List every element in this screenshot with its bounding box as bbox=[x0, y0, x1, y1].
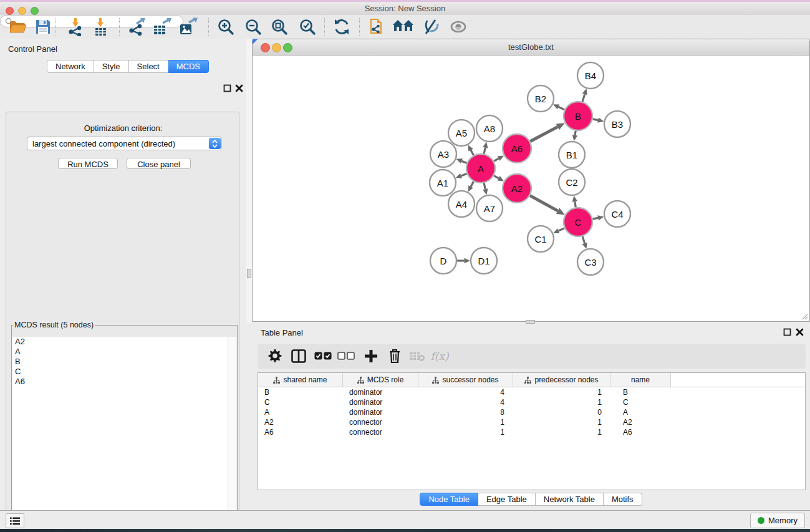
edge-A-A3[interactable] bbox=[456, 158, 467, 163]
graph-node-C[interactable]: C bbox=[564, 208, 592, 236]
eye-icon[interactable] bbox=[448, 17, 469, 36]
zoom-out-icon[interactable] bbox=[243, 17, 264, 36]
mcds-result-item[interactable]: B bbox=[12, 357, 236, 367]
tab-mcds[interactable]: MCDS bbox=[168, 60, 209, 73]
hide-graphics-details-icon[interactable] bbox=[420, 17, 441, 36]
table-settings-icon[interactable] bbox=[266, 348, 284, 364]
table-cell[interactable]: C bbox=[258, 398, 343, 407]
table-cell[interactable]: connector bbox=[343, 428, 418, 437]
column-header-predecessor-nodes[interactable]: predecessor nodes bbox=[513, 373, 610, 387]
mcds-result-list[interactable]: A2ABCA6 bbox=[12, 337, 236, 532]
table-cell[interactable]: A2 bbox=[258, 418, 343, 427]
table-cell[interactable]: A6 bbox=[258, 428, 343, 437]
zoom-fit-icon[interactable] bbox=[269, 17, 290, 36]
network-graph-canvas[interactable]: AA1A2A3A4A5A6A7A8BB1B2B3B4CC1C2C3C4DD1 bbox=[253, 55, 809, 321]
table-row[interactable]: Cdominator41C bbox=[258, 397, 805, 407]
edge-C-C4[interactable] bbox=[593, 215, 604, 220]
tab-style[interactable]: Style bbox=[94, 60, 129, 73]
table-cell[interactable]: 0 bbox=[513, 408, 610, 417]
vertical-splitter-handle[interactable] bbox=[247, 269, 251, 278]
edge-C-C3[interactable] bbox=[582, 236, 587, 249]
zoom-in-icon[interactable] bbox=[215, 17, 236, 36]
refresh-icon[interactable] bbox=[331, 17, 352, 36]
table-cell[interactable]: dominator bbox=[343, 398, 418, 407]
table-cell[interactable]: A2 bbox=[610, 418, 671, 427]
graph-node-A2[interactable]: A2 bbox=[503, 174, 531, 203]
edge-B-B4[interactable] bbox=[582, 89, 587, 102]
edge-A6-B[interactable] bbox=[530, 123, 565, 142]
mcds-result-item[interactable]: C bbox=[12, 367, 236, 377]
mcds-result-item[interactable]: A bbox=[12, 347, 236, 357]
horizontal-splitter-handle[interactable] bbox=[526, 320, 535, 324]
graph-node-B1[interactable]: B1 bbox=[559, 142, 585, 168]
graph-node-A8[interactable]: A8 bbox=[476, 115, 503, 142]
graph-node-A3[interactable]: A3 bbox=[430, 141, 456, 167]
close-table-panel-icon[interactable] bbox=[796, 327, 804, 336]
table-cell[interactable]: 1 bbox=[513, 388, 610, 397]
open-session-icon[interactable] bbox=[7, 17, 29, 36]
float-table-panel-icon[interactable] bbox=[783, 327, 791, 336]
table-cell[interactable]: connector bbox=[343, 418, 418, 427]
column-header-name[interactable]: name bbox=[610, 373, 671, 387]
column-header-MCDS-role[interactable]: MCDS role bbox=[343, 373, 418, 387]
run-mcds-button[interactable]: Run MCDS bbox=[58, 158, 118, 169]
scrollbar[interactable] bbox=[228, 337, 236, 532]
edge-A-A8[interactable] bbox=[483, 142, 488, 153]
table-cell[interactable]: C bbox=[610, 398, 671, 407]
table-row[interactable]: A2connector11A2 bbox=[258, 417, 805, 427]
graph-node-B2[interactable]: B2 bbox=[528, 85, 554, 112]
table-cell[interactable]: 1 bbox=[513, 428, 610, 437]
graph-node-B[interactable]: B bbox=[564, 102, 592, 130]
zoom-selected-icon[interactable] bbox=[297, 17, 318, 36]
tab-motifs[interactable]: Motifs bbox=[604, 493, 642, 506]
table-cell[interactable]: 4 bbox=[418, 398, 513, 407]
close-panel-icon[interactable] bbox=[235, 84, 243, 92]
tab-network-table[interactable]: Network Table bbox=[536, 493, 604, 506]
tab-select[interactable]: Select bbox=[129, 60, 168, 73]
edge-A-A1[interactable] bbox=[456, 173, 467, 178]
column-header-shared-name[interactable]: shared name bbox=[258, 373, 343, 387]
table-cell[interactable]: A bbox=[610, 408, 671, 417]
mcds-result-item[interactable]: A6 bbox=[12, 377, 236, 387]
edge-B-B3[interactable] bbox=[593, 117, 604, 122]
float-panel-icon[interactable] bbox=[223, 84, 231, 92]
edge-C-C2[interactable] bbox=[572, 196, 577, 208]
network-window-titlebar[interactable]: testGlobe.txt bbox=[253, 39, 809, 56]
criterion-dropdown[interactable]: largest connected component (directed) bbox=[27, 137, 222, 150]
graph-node-C1[interactable]: C1 bbox=[528, 226, 554, 252]
table-cell[interactable]: dominator bbox=[343, 388, 418, 397]
tab-node-table[interactable]: Node Table bbox=[420, 493, 478, 506]
edge-A-A2[interactable] bbox=[494, 176, 504, 181]
resize-grip-icon[interactable] bbox=[801, 312, 808, 320]
table-row[interactable]: Adominator80A bbox=[258, 407, 805, 417]
edge-A-A7[interactable] bbox=[483, 183, 488, 195]
edge-C-C1[interactable] bbox=[553, 228, 564, 233]
import-table-icon[interactable] bbox=[90, 17, 111, 36]
graph-node-D1[interactable]: D1 bbox=[471, 248, 497, 274]
graph-node-A7[interactable]: A7 bbox=[476, 195, 503, 221]
table-cell[interactable]: 4 bbox=[418, 388, 513, 397]
table-cell[interactable]: 8 bbox=[418, 408, 513, 417]
column-header-successor-nodes[interactable]: successor nodes bbox=[418, 373, 513, 387]
graph-node-C3[interactable]: C3 bbox=[577, 249, 604, 275]
graph-node-A5[interactable]: A5 bbox=[448, 120, 475, 146]
new-network-from-selection-icon[interactable] bbox=[367, 17, 388, 36]
home-icon[interactable] bbox=[393, 17, 414, 36]
add-column-icon[interactable] bbox=[362, 348, 380, 364]
tab-network[interactable]: Network bbox=[47, 60, 94, 73]
save-session-icon[interactable] bbox=[32, 17, 54, 36]
graph-node-A1[interactable]: A1 bbox=[430, 170, 456, 196]
edge-A-A5[interactable] bbox=[468, 145, 474, 155]
export-network-icon[interactable] bbox=[127, 17, 148, 36]
split-view-icon[interactable] bbox=[290, 348, 307, 364]
task-history-button[interactable] bbox=[6, 513, 24, 528]
graph-node-A[interactable]: A bbox=[466, 154, 495, 183]
table-cell[interactable]: 1 bbox=[418, 428, 513, 437]
table-cell[interactable]: 1 bbox=[418, 418, 513, 427]
edge-A-A6[interactable] bbox=[494, 156, 504, 162]
graph-node-C4[interactable]: C4 bbox=[604, 201, 630, 227]
graph-node-C2[interactable]: C2 bbox=[559, 169, 585, 195]
export-table-icon[interactable] bbox=[152, 17, 173, 36]
deselect-all-columns-icon[interactable] bbox=[337, 348, 355, 364]
table-cell[interactable]: B bbox=[610, 388, 671, 397]
